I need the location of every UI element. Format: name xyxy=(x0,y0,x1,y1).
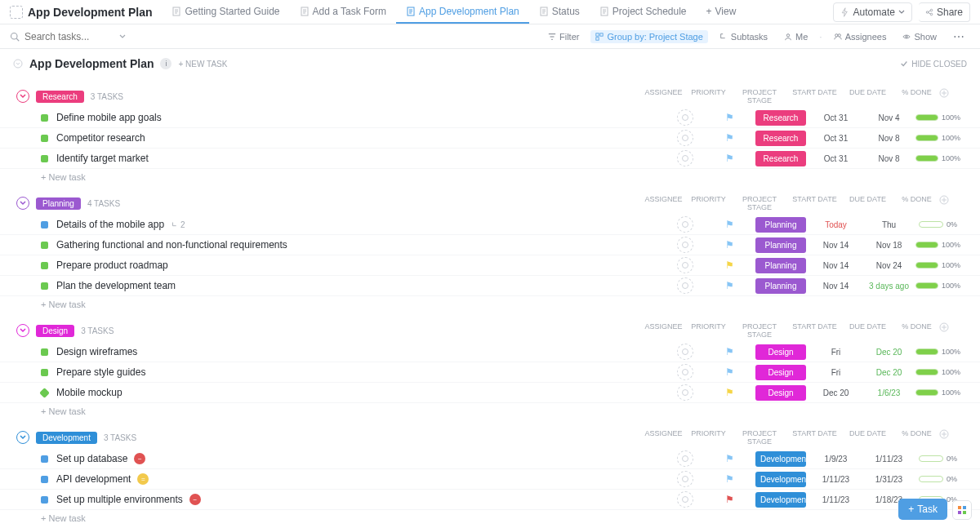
status-square[interactable] xyxy=(41,496,48,504)
priority-cell[interactable]: ⚑ xyxy=(707,280,752,291)
task-row[interactable]: Gathering functional and non-functional … xyxy=(0,235,980,255)
start-date-cell[interactable]: 1/11/23 xyxy=(809,475,862,484)
stage-cell[interactable]: Design xyxy=(752,344,809,360)
stage-cell[interactable]: Design xyxy=(752,385,809,401)
start-date-cell[interactable]: 1/9/23 xyxy=(809,455,862,464)
info-icon[interactable]: i xyxy=(160,58,172,69)
apps-fab[interactable] xyxy=(952,500,972,520)
stage-cell[interactable]: Planning xyxy=(752,217,809,233)
pct-done-cell[interactable]: 0% xyxy=(915,475,960,483)
task-row[interactable]: Details of the mobile app 2 ⚑ Planning T… xyxy=(0,215,980,235)
assignee-cell[interactable] xyxy=(662,364,707,380)
status-square[interactable] xyxy=(41,476,48,483)
filter-button[interactable]: Filter xyxy=(543,30,584,43)
priority-cell[interactable]: ⚑ xyxy=(707,260,752,271)
pct-done-cell[interactable]: 100% xyxy=(915,154,960,162)
add-column[interactable] xyxy=(939,322,959,339)
pct-done-cell[interactable]: 0% xyxy=(915,455,960,463)
pct-done-cell[interactable]: 100% xyxy=(915,368,960,376)
view-tab[interactable]: App Development Plan xyxy=(396,1,529,24)
assignee-cell[interactable] xyxy=(662,277,707,294)
add-column[interactable] xyxy=(939,88,959,104)
task-row[interactable]: Set up multiple environments − ⚑ Develop… xyxy=(0,490,980,510)
task-row[interactable]: Set up database − ⚑ Development 1/9/23 1… xyxy=(0,449,980,469)
start-date-cell[interactable]: Nov 14 xyxy=(809,241,862,250)
due-date-cell[interactable]: Nov 18 xyxy=(862,241,915,250)
task-row[interactable]: Define mobile app goals ⚑ Research Oct 3… xyxy=(0,108,980,128)
me-button[interactable]: Me xyxy=(779,30,813,43)
priority-cell[interactable]: ⚑ xyxy=(707,473,752,485)
due-date-cell[interactable]: 1/6/23 xyxy=(862,388,915,397)
start-date-cell[interactable]: Oct 31 xyxy=(809,113,862,122)
start-date-cell[interactable]: Today xyxy=(809,220,862,229)
start-date-cell[interactable]: 1/11/23 xyxy=(809,495,862,504)
new-task-row[interactable]: + New task xyxy=(0,510,980,526)
due-date-cell[interactable]: Nov 8 xyxy=(862,134,915,143)
priority-cell[interactable]: ⚑ xyxy=(707,387,752,398)
status-square[interactable] xyxy=(41,221,48,229)
due-date-cell[interactable]: Thu xyxy=(862,220,915,229)
stage-badge[interactable]: Research xyxy=(36,91,84,103)
assignee-cell[interactable] xyxy=(662,237,707,253)
task-row[interactable]: Identify target market ⚑ Research Oct 31… xyxy=(0,149,980,169)
start-date-cell[interactable]: Fri xyxy=(809,348,862,357)
due-date-cell[interactable]: Dec 20 xyxy=(862,348,915,357)
assignee-cell[interactable] xyxy=(662,344,707,360)
assignee-cell[interactable] xyxy=(662,130,707,146)
stage-cell[interactable]: Planning xyxy=(752,278,809,294)
view-tab[interactable]: Project Schedule xyxy=(590,1,697,24)
stage-cell[interactable]: Development xyxy=(752,492,809,508)
search-input[interactable] xyxy=(24,31,114,42)
pct-done-cell[interactable]: 0% xyxy=(915,220,960,229)
new-task-row[interactable]: + New task xyxy=(0,169,980,185)
status-square[interactable] xyxy=(41,369,48,376)
assignee-cell[interactable] xyxy=(662,471,707,487)
add-view-button[interactable]: +View xyxy=(697,1,746,24)
priority-cell[interactable]: ⚑ xyxy=(707,132,752,144)
task-row[interactable]: Prepare product roadmap ⚑ Planning Nov 1… xyxy=(0,255,980,276)
start-date-cell[interactable]: Fri xyxy=(809,368,862,377)
priority-cell[interactable]: ⚑ xyxy=(707,112,752,123)
status-square[interactable] xyxy=(41,455,48,463)
new-task-row[interactable]: + New task xyxy=(0,296,980,313)
due-date-cell[interactable]: 1/11/23 xyxy=(862,455,915,464)
assignee-cell[interactable] xyxy=(662,384,707,401)
priority-cell[interactable]: ⚑ xyxy=(707,494,752,505)
status-square[interactable] xyxy=(41,348,48,356)
collapse-all-icon[interactable] xyxy=(13,59,23,69)
show-button[interactable]: Show xyxy=(898,30,942,43)
status-square[interactable] xyxy=(41,262,48,269)
automate-button[interactable]: Automate xyxy=(833,2,912,22)
status-square[interactable] xyxy=(41,114,48,122)
pct-done-cell[interactable]: 100% xyxy=(915,134,960,142)
priority-cell[interactable]: ⚑ xyxy=(707,153,752,164)
priority-cell[interactable]: ⚑ xyxy=(707,453,752,464)
hide-closed-button[interactable]: HIDE CLOSED xyxy=(900,60,967,69)
add-column[interactable] xyxy=(939,429,959,446)
stage-cell[interactable]: Research xyxy=(752,110,809,126)
assignee-cell[interactable] xyxy=(662,257,707,273)
assignee-cell[interactable] xyxy=(662,491,707,508)
pct-done-cell[interactable]: 100% xyxy=(915,241,960,249)
stage-cell[interactable]: Development xyxy=(752,472,809,487)
due-date-cell[interactable]: 3 days ago xyxy=(862,282,915,291)
start-date-cell[interactable]: Oct 31 xyxy=(809,134,862,143)
group-by-button[interactable]: Group by: Project Stage xyxy=(590,30,707,43)
new-task-top[interactable]: + NEW TASK xyxy=(178,60,227,69)
status-square[interactable] xyxy=(41,155,48,162)
pct-done-cell[interactable]: 100% xyxy=(915,388,960,397)
status-square[interactable] xyxy=(39,388,50,398)
status-square[interactable] xyxy=(41,242,48,249)
priority-cell[interactable]: ⚑ xyxy=(707,366,752,378)
task-row[interactable]: Competitor research ⚑ Research Oct 31 No… xyxy=(0,128,980,149)
share-button[interactable]: Share xyxy=(919,2,970,22)
stage-badge[interactable]: Development xyxy=(36,432,97,444)
stage-cell[interactable]: Design xyxy=(752,365,809,380)
pct-done-cell[interactable]: 100% xyxy=(915,113,960,122)
add-column[interactable] xyxy=(939,195,959,211)
assignees-button[interactable]: Assignees xyxy=(829,30,892,43)
stage-cell[interactable]: Research xyxy=(752,131,809,146)
stage-badge[interactable]: Planning xyxy=(36,197,81,210)
due-date-cell[interactable]: Nov 8 xyxy=(862,154,915,163)
due-date-cell[interactable]: Dec 20 xyxy=(862,368,915,377)
